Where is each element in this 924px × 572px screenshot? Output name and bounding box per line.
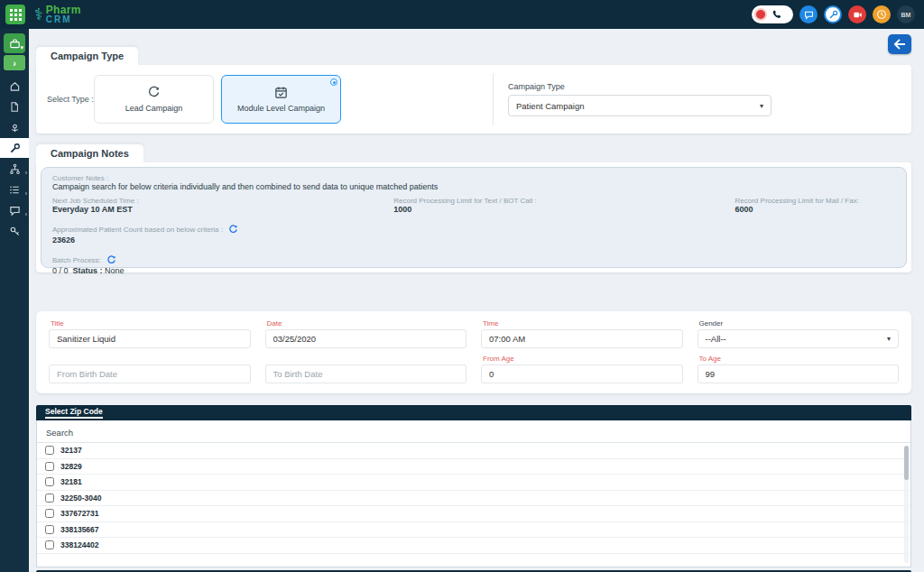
- batch-process-label: Batch Process:: [52, 256, 101, 264]
- zip-value: 338135667: [60, 525, 99, 534]
- from-birth-date-input[interactable]: [49, 364, 251, 383]
- app-screen: ⚕ Pharm CRM: [0, 0, 924, 572]
- sidebar-item-home[interactable]: [0, 76, 29, 96]
- sidebar-item-integrations[interactable]: ›: [0, 159, 29, 179]
- zip-checkbox[interactable]: [45, 494, 54, 503]
- campaign-type-tab: Campaign Type: [36, 47, 138, 65]
- video-icon: [853, 10, 863, 20]
- gender-value: --All--: [706, 334, 726, 344]
- patient-count-label: Approximated Patient Count based on belo…: [52, 226, 223, 234]
- zip-checkbox[interactable]: [45, 477, 54, 486]
- zip-row[interactable]: 32250-3040: [37, 491, 910, 507]
- phone-icon: [772, 6, 781, 23]
- divider: [493, 73, 494, 125]
- zip-row[interactable]: 338124402: [37, 538, 910, 554]
- zip-checkbox[interactable]: [45, 525, 54, 534]
- key-icon: [9, 226, 21, 237]
- next-job-value: Everyday 10 AM EST: [52, 205, 393, 214]
- sidebar-item-settings[interactable]: [0, 221, 29, 241]
- next-job-label: Next Job Scheduled Time :: [52, 197, 393, 205]
- from-age-input[interactable]: [481, 364, 683, 383]
- zip-scrollbar-thumb[interactable]: [904, 446, 909, 480]
- time-label: Time: [483, 319, 683, 328]
- zip-search-input[interactable]: [37, 420, 910, 443]
- video-messages-button[interactable]: [848, 5, 866, 23]
- broadcast-icon: [9, 122, 21, 134]
- refresh-batch-button[interactable]: [106, 255, 116, 265]
- from-age-label: From Age: [483, 355, 683, 363]
- text-limit-value: 1000: [393, 205, 735, 214]
- wrench-icon: [9, 143, 21, 154]
- zip-row[interactable]: 338135667: [37, 522, 910, 539]
- sidebar-expand-button[interactable]: ›: [4, 55, 25, 70]
- chat-bubble-icon: [9, 205, 21, 217]
- toggle-off-indicator[interactable]: [754, 8, 767, 21]
- calendar-icon: [274, 86, 288, 99]
- zip-value: 32137: [60, 446, 82, 455]
- campaign-notes-tab: Campaign Notes: [36, 144, 143, 162]
- back-button[interactable]: [888, 34, 911, 54]
- patient-count-value: 23626: [52, 235, 895, 244]
- to-birth-date-input[interactable]: [265, 364, 467, 383]
- date-input[interactable]: [265, 329, 467, 348]
- pharm-crm-logo[interactable]: ⚕ Pharm CRM: [34, 5, 81, 24]
- zip-checkbox[interactable]: [45, 540, 54, 549]
- zip-row[interactable]: 337672731: [37, 506, 910, 522]
- text-limit-label: Record Processing Limit for Text / BOT C…: [393, 197, 735, 205]
- sidebar-item-campaign-module[interactable]: ▾: [4, 33, 25, 53]
- sidebar-item-campaign-tools-active[interactable]: [0, 138, 29, 158]
- sidebar-item-documents[interactable]: [0, 97, 29, 116]
- campaign-notes-section: Campaign Notes Customer Notes : Campaign…: [36, 162, 911, 272]
- to-age-label: To Age: [699, 355, 900, 363]
- zip-code-list: 32137 32829 32181 32250-3040 337672731: [36, 420, 911, 567]
- to-age-input[interactable]: [698, 364, 900, 383]
- title-input[interactable]: [49, 329, 251, 348]
- sidebar-item-broadcast[interactable]: [0, 117, 29, 137]
- sync-icon: [147, 86, 161, 99]
- avatar-initials: BM: [901, 12, 911, 18]
- date-label: Date: [267, 319, 467, 328]
- top-bar: ⚕ Pharm CRM: [0, 0, 924, 29]
- zip-checkbox[interactable]: [45, 446, 54, 455]
- zip-row[interactable]: 32137: [37, 443, 910, 459]
- lead-campaign-label: Lead Campaign: [125, 104, 183, 113]
- campaign-criteria-section: Title Date Time Gender --All-- ▾: [36, 311, 911, 393]
- selected-radio-icon: [330, 78, 337, 86]
- sidebar-item-lists[interactable]: ›: [0, 180, 29, 199]
- wrench-icon: [828, 10, 838, 20]
- refresh-patient-count-button[interactable]: [228, 225, 238, 235]
- campaign-notes-panel: Customer Notes : Campaign search for bel…: [41, 167, 907, 268]
- user-avatar[interactable]: BM: [897, 5, 915, 23]
- zip-value: 32181: [60, 477, 82, 486]
- lead-campaign-option[interactable]: Lead Campaign: [94, 75, 214, 124]
- zip-value: 32829: [60, 462, 82, 471]
- call-availability-toggle[interactable]: [752, 5, 793, 23]
- logo-crm-text: CRM: [46, 15, 81, 24]
- main-content: Campaign Type Select Type : Lead Campaig…: [29, 29, 924, 572]
- zip-row[interactable]: 32181: [37, 475, 910, 491]
- zip-checkbox[interactable]: [45, 509, 54, 518]
- zip-checkbox[interactable]: [45, 462, 54, 471]
- tools-button[interactable]: [824, 5, 842, 23]
- caduceus-icon: ⚕: [34, 6, 43, 23]
- customer-notes-value: Campaign search for below criteria indiv…: [52, 182, 895, 191]
- history-button[interactable]: [873, 5, 891, 23]
- campaign-type-section: Campaign Type Select Type : Lead Campaig…: [36, 65, 911, 134]
- module-level-campaign-option[interactable]: Module Level Campaign: [221, 75, 341, 124]
- apps-grid-button[interactable]: [5, 5, 25, 24]
- campaign-type-dropdown-label: Campaign Type: [508, 82, 772, 91]
- chat-button[interactable]: [799, 5, 818, 23]
- batch-status-value: None: [105, 266, 125, 275]
- campaign-type-dropdown[interactable]: Patient Campaign ▾: [508, 95, 772, 116]
- zip-value: 338124402: [60, 540, 99, 549]
- title-label: Title: [51, 319, 251, 328]
- zip-row[interactable]: 32829: [37, 459, 910, 475]
- gender-label: Gender: [699, 319, 900, 328]
- zip-scrollbar[interactable]: [904, 446, 909, 563]
- caret-down-icon: ▾: [760, 102, 763, 110]
- sidebar-item-messages[interactable]: ›: [0, 200, 29, 220]
- gender-select[interactable]: --All-- ▾: [698, 329, 900, 348]
- select-type-label: Select Type :: [47, 95, 94, 104]
- time-input[interactable]: [481, 329, 683, 348]
- module-level-campaign-label: Module Level Campaign: [237, 104, 325, 113]
